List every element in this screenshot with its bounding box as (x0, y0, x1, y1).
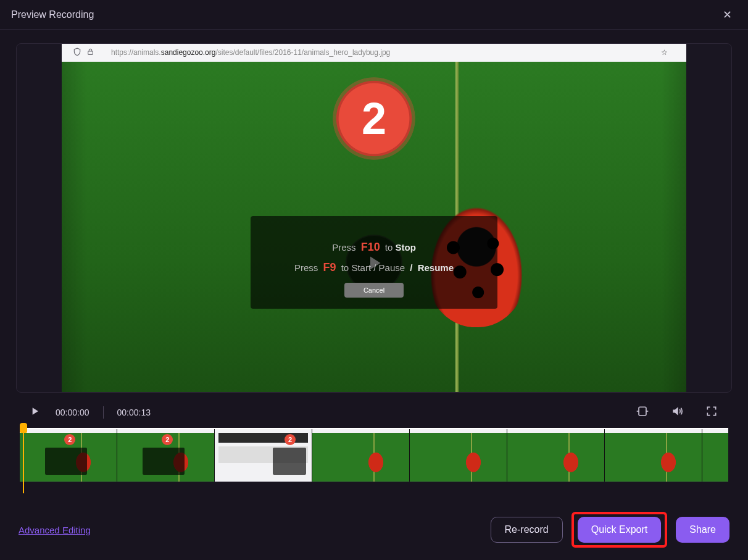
timeline-thumb[interactable] (410, 429, 507, 482)
current-time: 00:00:00 (56, 407, 89, 417)
cancel-button[interactable]: Cancel (344, 283, 404, 298)
svg-rect-1 (639, 407, 646, 416)
recorder-help-panel: Press F10 to Stop Press F9 to Start / Pa… (251, 216, 497, 309)
help-sep2: / (410, 262, 412, 273)
timeline-thumb[interactable] (605, 429, 702, 482)
timeline-thumb[interactable] (312, 429, 410, 482)
rerecord-button[interactable]: Re-record (491, 517, 563, 543)
playhead[interactable] (20, 423, 27, 433)
thumb-countdown-badge: 2 (64, 434, 75, 445)
help-mid: to (385, 242, 393, 253)
shield-icon (73, 48, 81, 58)
star-icon: ☆ (661, 48, 668, 57)
recorded-address-bar: https://animals.sandiegozoo.org/sites/de… (62, 43, 686, 62)
help-start: Start (351, 262, 371, 273)
fullscreen-icon[interactable] (700, 403, 723, 422)
help-line-stop: Press F10 to Stop (263, 241, 485, 254)
preview-canvas[interactable]: https://animals.sandiegozoo.org/sites/de… (62, 43, 686, 393)
thumb-countdown-badge: 2 (285, 434, 296, 445)
lock-icon (86, 48, 94, 58)
volume-icon[interactable] (665, 403, 689, 422)
help-sep1: / (373, 262, 376, 273)
share-button[interactable]: Share (676, 517, 729, 543)
timeline-thumb[interactable]: 2 (215, 429, 312, 482)
advanced-editing-link[interactable]: Advanced Editing (19, 525, 91, 535)
timeline-thumb[interactable] (507, 429, 605, 482)
timeline-thumb[interactable]: 2 (117, 429, 215, 482)
tutorial-highlight: Quick Export (571, 512, 668, 548)
play-button[interactable] (25, 401, 44, 423)
transport-bar: 00:00:00 00:00:13 (0, 393, 748, 423)
help-f9: F9 (323, 261, 336, 274)
timeline-thumb[interactable]: 2 (20, 429, 117, 482)
help2-mid: to (341, 262, 349, 273)
help-f10: F10 (361, 241, 380, 253)
help-line-pause: Press F9 to Start / Pause / Resume (263, 261, 485, 274)
url-path: /sites/default/files/2016-11/animals_her… (215, 48, 390, 57)
timeline-thumbnails: 2 2 2 (20, 428, 728, 482)
help2-pre: Press (294, 262, 318, 273)
close-icon[interactable]: ✕ (718, 6, 737, 24)
quick-export-button[interactable]: Quick Export (578, 517, 662, 543)
window-title: Preview Recording (11, 9, 94, 20)
title-bar: Preview Recording ✕ (0, 0, 748, 30)
help-resume: Resume (418, 262, 454, 273)
url-prefix: https://animals. (111, 48, 161, 57)
timeline[interactable]: 2 2 2 (20, 428, 728, 482)
footer-actions: Advanced Editing Re-record Quick Export … (0, 512, 748, 548)
preview-stage: https://animals.sandiegozoo.org/sites/de… (16, 43, 732, 393)
time-divider (103, 406, 104, 419)
timeline-thumb[interactable] (702, 429, 728, 482)
recorded-url: https://animals.sandiegozoo.org/sites/de… (111, 48, 390, 57)
total-time: 00:00:13 (117, 407, 151, 417)
crop-icon[interactable] (631, 403, 654, 422)
help-pre: Press (332, 242, 355, 253)
svg-rect-0 (88, 51, 93, 54)
help-stop: Stop (396, 242, 416, 253)
url-host: sandiegozoo.org (161, 48, 216, 57)
help-pause: Pause (379, 262, 405, 273)
thumb-countdown-badge: 2 (162, 434, 173, 445)
countdown-badge: 2 (333, 77, 415, 160)
